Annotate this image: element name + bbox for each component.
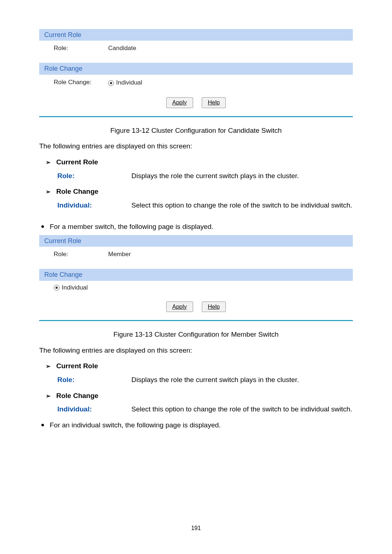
role-change-label: Role Change: [54,78,108,87]
section-header-current-role: Current Role [39,29,353,41]
role-change-row: Role Change: Individual [39,75,353,91]
button-row: Apply Help [39,91,353,116]
entry-individual-2: Individual: Select this option to change… [57,405,353,414]
entry-individual: Individual: Select this option to change… [57,201,353,210]
entry-role-term-2: Role: [57,375,131,385]
entry-heading-current-role-2: ➢ Current Role [46,361,353,371]
intro-text: The following entries are displayed on t… [39,141,353,151]
entry-role: Role: Displays the role the current swit… [57,171,353,181]
individual-switch-note: For an individual switch, the following … [41,420,353,430]
page-number: 191 [0,524,392,532]
entry-heading-role-change-text: Role Change [56,187,98,196]
entry-role-2: Role: Displays the role the current swit… [57,375,353,385]
radio-icon [54,285,60,291]
entry-heading-role-change-2: ➢ Role Change [46,391,353,401]
entry-individual-desc: Select this option to change the role of… [131,201,353,210]
individual-switch-note-text: For an individual switch, the following … [50,420,221,430]
figure-caption-13-13: Figure 13-13 Cluster Configuration for M… [39,330,353,339]
entry-role-desc-2: Displays the role the current switch pla… [131,375,353,385]
spacer [39,262,353,269]
spacer [39,56,353,63]
current-role-row: Role: Candidate [39,41,353,56]
radio-individual-2[interactable]: Individual [54,284,88,292]
entry-heading-current-role-text: Current Role [56,157,98,167]
entry-individual-desc-2: Select this option to change the role of… [131,405,353,414]
role-change-row-2: Individual [39,281,353,295]
radio-icon [108,80,114,86]
help-button[interactable]: Help [202,97,226,108]
apply-button[interactable]: Apply [166,97,193,108]
entry-heading-role-change-text-2: Role Change [56,391,98,401]
entry-role-term: Role: [57,171,131,181]
entry-individual-term: Individual: [57,201,131,210]
arrow-icon: ➢ [46,364,50,369]
arrow-icon: ➢ [46,189,50,195]
role-label: Role: [54,44,108,53]
role-value: Candidate [108,44,353,53]
section-header-current-role-2: Current Role [39,235,353,247]
button-row-2: Apply Help [39,295,353,320]
disc-bullet-icon [41,225,44,228]
disc-bullet-icon [41,424,44,426]
entry-heading-current-role: ➢ Current Role [46,157,353,167]
entry-heading-role-change: ➢ Role Change [46,187,353,196]
entry-individual-term-2: Individual: [57,405,131,414]
current-role-row-2: Role: Member [39,247,353,262]
entry-heading-current-role-text-2: Current Role [56,361,98,371]
help-button-2[interactable]: Help [202,301,226,312]
role-value-2: Member [108,250,353,259]
radio-individual[interactable]: Individual [108,79,142,87]
radio-individual-label-2: Individual [62,284,88,292]
arrow-icon: ➢ [46,393,50,399]
role-label-2: Role: [54,250,108,259]
figure-caption-13-12: Figure 13-12 Cluster Configuration for C… [39,126,353,135]
arrow-icon: ➢ [46,160,50,165]
entry-role-desc: Displays the role the current switch pla… [131,171,353,181]
radio-individual-label: Individual [116,79,142,87]
section-header-role-change-2: Role Change [39,269,353,280]
member-switch-note-text: For a member switch, the following page … [50,222,213,231]
cluster-config-candidate-panel: Current Role Role: Candidate Role Change… [39,29,353,117]
apply-button-2[interactable]: Apply [166,301,193,312]
member-switch-note: For a member switch, the following page … [41,222,353,231]
section-header-role-change: Role Change [39,63,353,74]
intro-text-2: The following entries are displayed on t… [39,346,353,355]
cluster-config-member-panel: Current Role Role: Member Role Change In… [39,235,353,321]
